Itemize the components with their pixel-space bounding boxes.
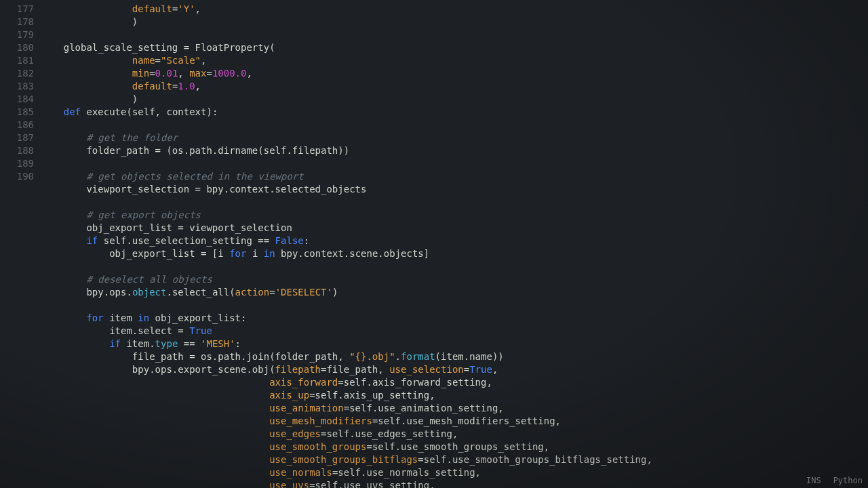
code-line[interactable]: use_smooth_groups_bitflags=self.use_smoo… xyxy=(41,453,868,466)
token-cmt: # get export objects xyxy=(86,209,201,220)
code-line[interactable]: # deselect all objects xyxy=(41,273,868,286)
code-line[interactable]: axis_up=self.axis_up_setting, xyxy=(41,389,868,402)
code-line[interactable]: obj_export_list = [i for i in bpy.contex… xyxy=(41,247,868,260)
token-plain: bpy.context.scene.objects] xyxy=(275,248,430,259)
code-line[interactable]: axis_forward=self.axis_forward_setting, xyxy=(41,376,868,389)
line-number: 190 xyxy=(0,170,34,183)
token-plain: . xyxy=(395,351,401,362)
token-plain: =file_path, xyxy=(321,364,389,375)
token-arg: default xyxy=(132,81,172,92)
token-fn: execute xyxy=(86,106,126,117)
code-line[interactable]: use_animation=self.use_animation_setting… xyxy=(41,402,868,415)
token-plain: , xyxy=(195,3,201,14)
code-line[interactable]: default=1.0, xyxy=(41,80,868,93)
line-number xyxy=(0,299,34,312)
token-plain: ) xyxy=(332,287,338,298)
line-number xyxy=(0,415,34,428)
code-line[interactable]: default='Y', xyxy=(41,3,868,16)
token-kw: if xyxy=(86,235,98,246)
token-plain: =self.use_uvs_setting, xyxy=(309,480,435,488)
code-line[interactable]: if self.use_selection_setting == False: xyxy=(41,235,868,247)
token-arg: use_edges xyxy=(269,428,321,439)
token-plain: =self.use_edges_setting, xyxy=(321,428,458,439)
line-number: 181 xyxy=(0,54,34,67)
code-line[interactable]: use_smooth_groups=self.use_smooth_groups… xyxy=(41,441,868,453)
token-plain: viewport_selection = bpy.context.selecte… xyxy=(86,184,366,195)
token-arg: use_selection xyxy=(389,364,464,375)
code-line[interactable]: # get the folder xyxy=(41,131,868,144)
line-number xyxy=(0,453,34,466)
code-line[interactable]: folder_path = (os.path.dirname(self.file… xyxy=(41,144,868,157)
line-number: 180 xyxy=(0,41,34,54)
code-line[interactable]: for item in obj_export_list: xyxy=(41,312,868,325)
status-lang: Python xyxy=(833,476,863,485)
token-plain: bpy.ops.export_scene.obj( xyxy=(132,364,275,375)
line-number xyxy=(0,260,34,273)
code-line[interactable]: name="Scale", xyxy=(41,54,868,67)
token-plain: = xyxy=(206,68,212,79)
token-plain: == xyxy=(178,338,201,349)
token-num: 1.0 xyxy=(178,81,195,92)
token-plain: self.use_selection_setting == xyxy=(98,235,275,246)
code-line[interactable]: # get objects selected in the viewport xyxy=(41,170,868,183)
code-line[interactable]: if item.type == 'MESH': xyxy=(41,338,868,350)
token-plain: =self.use_normals_setting, xyxy=(332,467,481,478)
token-str: 'Y' xyxy=(178,3,195,14)
code-line[interactable]: use_edges=self.use_edges_setting, xyxy=(41,428,868,441)
code-line[interactable]: def execute(self, context): xyxy=(41,106,868,119)
code-line[interactable]: # get export objects xyxy=(41,209,868,222)
code-line[interactable]: use_normals=self.use_normals_setting, xyxy=(41,466,868,479)
line-number: 183 xyxy=(0,80,34,93)
code-line[interactable]: global_scale_setting = FloatProperty( xyxy=(41,41,868,54)
token-plain: = xyxy=(155,55,161,66)
token-kw: for xyxy=(229,248,246,259)
code-line[interactable] xyxy=(41,260,868,273)
code-line[interactable]: use_uvs=self.use_uvs_setting, xyxy=(41,479,868,488)
token-plain: obj_export_list = [i xyxy=(109,248,229,259)
code-line[interactable]: min=0.01, max=1000.0, xyxy=(41,67,868,80)
token-plain: , xyxy=(492,364,498,375)
line-number xyxy=(0,402,34,415)
token-num: 1000.0 xyxy=(212,68,247,79)
token-plain: obj_export_list = viewport_selection xyxy=(86,222,292,233)
token-plain: (item.name)) xyxy=(435,351,504,362)
token-plain: ) xyxy=(132,94,138,104)
token-mem: format xyxy=(401,351,435,362)
token-arg: use_animation xyxy=(269,403,344,413)
token-str: 'MESH' xyxy=(201,338,235,349)
code-area[interactable]: default='Y', ) global_scale_setting = Fl… xyxy=(41,0,868,488)
token-arg: use_smooth_groups xyxy=(269,441,366,452)
code-line[interactable]: ) xyxy=(41,93,868,106)
line-number xyxy=(0,441,34,453)
token-plain: =self.use_animation_setting, xyxy=(344,403,504,413)
code-line[interactable]: item.select = True xyxy=(41,325,868,338)
token-plain: item. xyxy=(121,338,155,349)
code-line[interactable] xyxy=(41,157,868,170)
token-mem: object xyxy=(132,287,167,298)
line-number: 182 xyxy=(0,67,34,80)
code-editor[interactable]: 1771781791801811821831841851861871881891… xyxy=(0,0,868,488)
code-line[interactable] xyxy=(41,28,868,41)
code-line[interactable]: viewport_selection = bpy.context.selecte… xyxy=(41,183,868,196)
line-number: 186 xyxy=(0,119,34,131)
token-cmt: # get objects selected in the viewport xyxy=(86,171,303,182)
token-arg: name xyxy=(132,55,155,66)
code-line[interactable]: use_mesh_modifiers=self.use_mesh_modifie… xyxy=(41,415,868,428)
token-cmt: # get the folder xyxy=(86,132,178,143)
code-line[interactable]: bpy.ops.object.select_all(action='DESELE… xyxy=(41,286,868,299)
code-line[interactable] xyxy=(41,299,868,312)
line-number xyxy=(0,428,34,441)
token-plain: : xyxy=(304,235,309,246)
line-number xyxy=(0,286,34,299)
code-line[interactable]: bpy.ops.export_scene.obj(filepath=file_p… xyxy=(41,363,868,376)
line-number: 178 xyxy=(0,16,34,28)
line-number xyxy=(0,389,34,402)
code-line[interactable]: file_path = os.path.join(folder_path, "{… xyxy=(41,350,868,363)
code-line[interactable] xyxy=(41,119,868,131)
line-number xyxy=(0,209,34,222)
token-plain: bpy.ops. xyxy=(86,287,132,298)
code-line[interactable] xyxy=(41,196,868,209)
token-arg: default xyxy=(132,3,172,14)
code-line[interactable]: obj_export_list = viewport_selection xyxy=(41,222,868,235)
code-line[interactable]: ) xyxy=(41,16,868,28)
